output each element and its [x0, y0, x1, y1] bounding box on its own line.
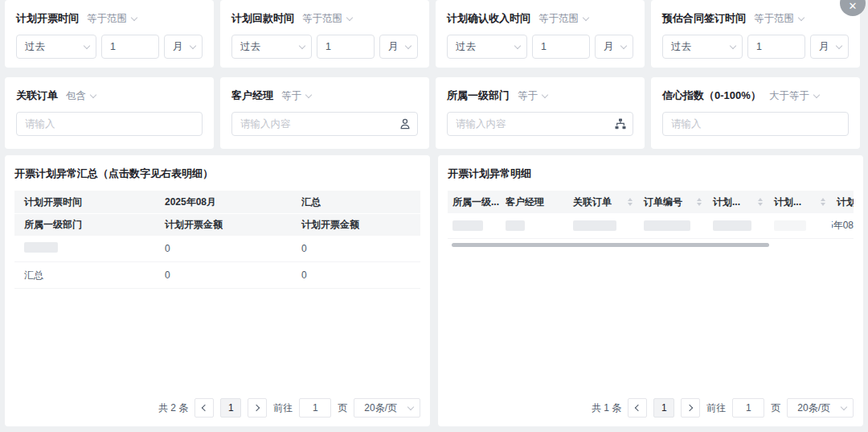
department-input[interactable]: [447, 112, 633, 136]
goto-label: 前往: [706, 401, 726, 415]
summary-panel-title: 开票计划异常汇总（点击数字见右表明细）: [14, 167, 420, 181]
operator-dropdown[interactable]: 等于范围: [302, 12, 352, 26]
page-size-select[interactable]: 20条/页: [354, 398, 420, 418]
account-manager-input[interactable]: [231, 112, 418, 136]
header-cell: 计划...: [708, 195, 769, 209]
operator-label: 等于范围: [754, 12, 794, 26]
person-icon[interactable]: [399, 117, 411, 130]
operator-label: 大于等于: [769, 89, 809, 103]
time-direction-select[interactable]: 过去: [231, 35, 312, 59]
time-amount-input[interactable]: [532, 35, 590, 59]
header-cell: 客户经理: [501, 195, 568, 209]
operator-label: 等于: [281, 89, 301, 103]
summary-header-row-1: 计划开票时间 2025年08月 汇总: [14, 191, 420, 213]
operator-dropdown[interactable]: 等于范围: [538, 12, 588, 26]
operator-dropdown[interactable]: 包含: [66, 89, 96, 103]
header-cell: 计划...: [769, 195, 832, 209]
time-direction-select[interactable]: 过去: [447, 35, 527, 59]
goto-page-input[interactable]: [732, 398, 764, 418]
filter-label: 计划确认收入时间: [447, 11, 530, 26]
time-direction-select[interactable]: 过去: [662, 35, 743, 59]
header-cell: 计划开票金额: [292, 218, 420, 232]
chevron-down-icon: [305, 91, 312, 97]
filter-label: 所属一级部门: [447, 88, 510, 103]
operator-label: 等于范围: [87, 12, 127, 26]
select-value: 过去: [240, 40, 260, 54]
confidence-index-input[interactable]: [662, 112, 849, 136]
chevron-right-icon: [686, 405, 693, 411]
current-page-button[interactable]: 1: [653, 398, 674, 418]
header-cell: 计划开票时间: [14, 195, 155, 209]
summary-value-cell[interactable]: 0: [155, 269, 292, 281]
operator-dropdown[interactable]: 等于范围: [754, 12, 804, 26]
chevron-down-icon: [730, 42, 736, 48]
chevron-down-icon: [542, 91, 548, 97]
next-page-button[interactable]: [248, 398, 267, 418]
header-cell: 订单编号: [639, 195, 708, 209]
prev-page-button[interactable]: [628, 398, 647, 418]
operator-label: 等于范围: [302, 12, 342, 26]
table-row: 0 0: [14, 236, 420, 262]
select-value: 过去: [25, 40, 45, 54]
select-value: 过去: [456, 40, 476, 54]
time-unit-select[interactable]: 月: [810, 35, 849, 59]
filter-label: 关联订单: [16, 88, 58, 103]
goto-page-input[interactable]: [299, 398, 331, 418]
filter-card-confidence-index: 信心指数（0-100%） 大于等于: [651, 77, 860, 149]
chevron-down-icon: [190, 42, 196, 48]
current-page-button[interactable]: 1: [220, 398, 241, 418]
chevron-down-icon: [90, 91, 96, 97]
sort-icon[interactable]: [628, 198, 633, 206]
unit-value: 月: [173, 40, 183, 54]
time-direction-select[interactable]: 过去: [16, 35, 96, 59]
detail-panel: 开票计划异常明细 所属一级... 客户经理 关联订单 订单编号 计划... 计划…: [438, 155, 863, 426]
time-amount-input[interactable]: [747, 35, 805, 59]
chevron-down-icon: [131, 14, 137, 20]
pagination-total: 共 2 条: [158, 401, 188, 415]
redacted-cell: [644, 220, 690, 231]
sort-icon[interactable]: [758, 198, 763, 206]
time-unit-select[interactable]: 月: [595, 35, 633, 59]
related-order-input[interactable]: [16, 112, 203, 136]
prev-page-button[interactable]: [194, 398, 214, 418]
sort-icon[interactable]: [821, 198, 825, 206]
time-unit-select[interactable]: 月: [379, 35, 418, 59]
operator-label: 包含: [66, 89, 86, 103]
operator-label: 等于: [518, 89, 538, 103]
summary-value-cell[interactable]: 0: [155, 243, 292, 254]
row-label-cell: 汇总: [14, 269, 155, 282]
org-tree-icon[interactable]: [614, 117, 627, 130]
operator-dropdown[interactable]: 等于: [281, 89, 311, 103]
table-row[interactable]: 2025年08: [448, 213, 854, 239]
summary-value-cell[interactable]: 0: [292, 243, 420, 254]
chevron-down-icon: [84, 42, 90, 48]
redacted-cell: [573, 220, 616, 231]
next-page-button[interactable]: [681, 398, 700, 418]
goto-label: 前往: [273, 401, 293, 415]
chevron-down-icon: [620, 42, 627, 48]
close-icon: ✕: [849, 1, 858, 11]
time-amount-input[interactable]: [317, 35, 375, 59]
operator-dropdown[interactable]: 等于范围: [87, 12, 137, 26]
operator-dropdown[interactable]: 等于: [518, 89, 547, 103]
time-amount-input[interactable]: [101, 35, 159, 59]
time-unit-select[interactable]: 月: [164, 35, 203, 59]
summary-value-cell[interactable]: 0: [292, 269, 420, 281]
operator-label: 等于范围: [538, 12, 579, 26]
filter-label: 计划回款时间: [231, 11, 294, 26]
filter-card-plan-revenue-time: 计划确认收入时间 等于范围 过去 月: [436, 0, 645, 68]
page-size-select[interactable]: 20条/页: [787, 398, 854, 418]
chevron-down-icon: [836, 42, 842, 48]
page-size-value: 20条/页: [364, 401, 397, 415]
horizontal-scrollbar[interactable]: [452, 243, 769, 247]
sort-icon[interactable]: [697, 198, 702, 206]
chevron-down-icon: [583, 14, 589, 20]
operator-dropdown[interactable]: 大于等于: [769, 89, 819, 103]
filter-card-related-order: 关联订单 包含: [5, 77, 214, 149]
header-cell: 2025年08月: [155, 195, 292, 209]
filter-label: 客户经理: [231, 88, 273, 103]
header-cell: 计划...: [832, 195, 854, 209]
header-cell: 关联订单: [568, 195, 639, 209]
detail-pagination: 共 1 条 1 前往 页 20条/页: [592, 398, 854, 418]
chevron-left-icon: [202, 405, 208, 411]
